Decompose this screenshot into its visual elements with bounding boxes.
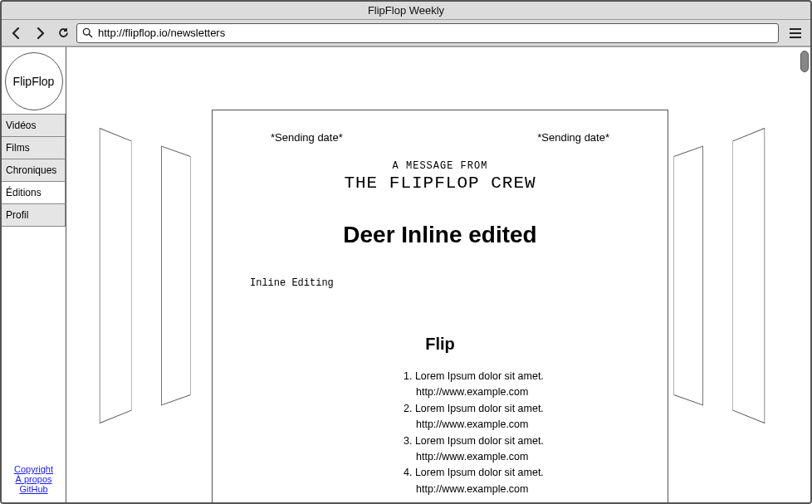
- window-title: FlipFlop Weekly: [2, 2, 810, 20]
- nav-item-videos[interactable]: Vidéos: [2, 114, 66, 137]
- sending-date-left: *Sending date*: [271, 131, 343, 144]
- footer-link-copyright[interactable]: Copyright: [4, 464, 63, 474]
- sending-date-row: *Sending date* *Sending date*: [246, 131, 634, 144]
- footer-links: Copyright À propos GitHub: [2, 459, 66, 502]
- list-item-url[interactable]: http://www.example.com: [404, 384, 634, 400]
- logo[interactable]: FlipFlop: [5, 52, 63, 110]
- list-item-url[interactable]: http://www.example.com: [404, 417, 634, 433]
- nav-item-films[interactable]: Films: [2, 137, 66, 159]
- message-from-label: A MESSAGE FROM: [246, 160, 634, 172]
- carousel-panel-right-far[interactable]: [733, 128, 766, 423]
- flip-list: 1. Lorem Ipsum dolor sit amet. http://ww…: [246, 369, 634, 497]
- list-item-url[interactable]: http://www.example.com: [404, 482, 634, 497]
- address-bar[interactable]: [76, 23, 779, 43]
- newsletter-title[interactable]: Deer Inline edited: [246, 222, 634, 248]
- list-item-url[interactable]: http://www.example.com: [404, 449, 634, 465]
- list-item: 3. Lorem Ipsum dolor sit amet.: [404, 433, 634, 449]
- section-heading-flip: Flip: [246, 335, 634, 354]
- newsletter-card: *Sending date* *Sending date* A MESSAGE …: [212, 110, 668, 502]
- nav-item-editions[interactable]: Éditions: [2, 182, 66, 204]
- scrollbar[interactable]: [800, 51, 809, 499]
- reload-button[interactable]: [53, 23, 73, 43]
- carousel-panel-right-near[interactable]: [674, 145, 703, 405]
- carousel-panel-left-near[interactable]: [161, 145, 190, 405]
- scrollbar-thumb[interactable]: [800, 51, 809, 72]
- search-icon: [82, 27, 93, 38]
- sending-date-right: *Sending date*: [537, 131, 609, 144]
- svg-line-1: [89, 34, 92, 37]
- page-content: FlipFlop Vidéos Films Chroniques Édition…: [2, 46, 810, 502]
- footer-link-github[interactable]: GitHub: [4, 484, 63, 494]
- main-area: *Sending date* *Sending date* A MESSAGE …: [66, 47, 810, 502]
- list-item: 2. Lorem Ipsum dolor sit amet.: [404, 401, 634, 417]
- crew-line: THE FLIPFLOP CREW: [246, 174, 634, 193]
- sidebar: FlipFlop Vidéos Films Chroniques Édition…: [2, 47, 66, 502]
- url-input[interactable]: [98, 27, 773, 39]
- browser-window: FlipFlop Weekly FlipFlop Vidéos Films C: [0, 0, 812, 504]
- nav-item-chroniques[interactable]: Chroniques: [2, 159, 66, 182]
- browser-toolbar: [2, 20, 810, 46]
- inline-editing-label[interactable]: Inline Editing: [250, 277, 634, 289]
- list-item: 1. Lorem Ipsum dolor sit amet.: [404, 369, 634, 384]
- forward-button[interactable]: [30, 23, 50, 43]
- nav-item-profil[interactable]: Profil: [2, 204, 66, 227]
- carousel-panel-left-far[interactable]: [100, 128, 132, 423]
- back-button[interactable]: [7, 23, 27, 43]
- footer-link-about[interactable]: À propos: [4, 474, 63, 484]
- nav-list: Vidéos Films Chroniques Éditions Profil: [2, 114, 66, 227]
- svg-point-0: [83, 28, 90, 35]
- hamburger-menu-button[interactable]: [785, 23, 805, 43]
- list-item: 4. Lorem Ipsum dolor sit amet.: [404, 465, 634, 481]
